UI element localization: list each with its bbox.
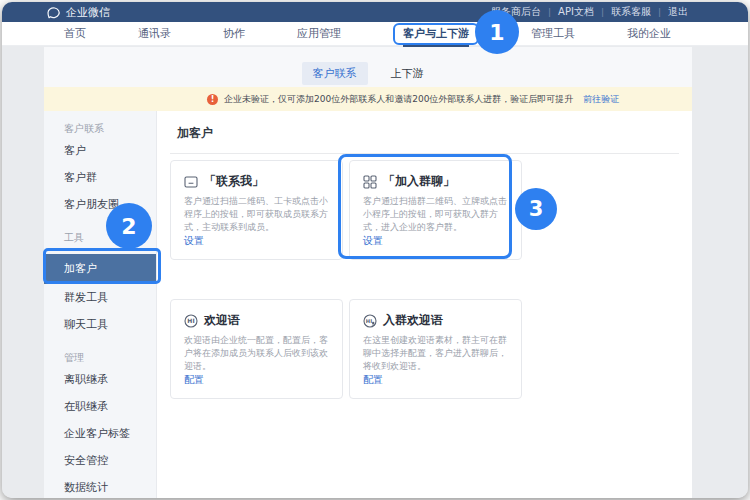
join-group-settings-link[interactable]: 设置: [363, 234, 383, 248]
sidebar-section-management: 管理: [44, 350, 156, 366]
card-title: 入群欢迎语: [383, 312, 443, 329]
page-background: 客户联系 上下游 ! 企业未验证，仅可添加200位外部联系人和邀请200位外部联…: [2, 47, 748, 498]
card-description: 在这里创建欢迎语素材，群主可在群聊中选择并配置，客户进入群聊后，将收到欢迎语。: [363, 334, 508, 373]
divider: |: [658, 7, 661, 17]
card-title: 「联系我」: [204, 173, 264, 190]
topbar: 企业微信 服务商后台 | API文档 | 联系客服 | 退出: [2, 2, 748, 22]
logo[interactable]: 企业微信: [46, 5, 110, 20]
join-group-icon: [363, 175, 377, 189]
tab-upstream-downstream[interactable]: 上下游: [380, 62, 435, 85]
contact-me-settings-link[interactable]: 设置: [184, 234, 204, 248]
card-description: 欢迎语由企业统一配置，配置后，客户将在添加成员为联系人后收到该欢迎语。: [184, 334, 329, 373]
sidebar-item-customer-moments[interactable]: 客户朋友圈: [44, 191, 156, 218]
divider: |: [548, 7, 551, 17]
card-welcome-message: HI 欢迎语 欢迎语由企业统一配置，配置后，客户将在添加成员为联系人后收到该欢迎…: [170, 299, 343, 399]
card-description: 客户通过扫描二维码、工卡或点击小程序上的按钮，即可获取成员联系方式，主动联系到成…: [184, 195, 329, 234]
sidebar-section-customer-contact: 客户联系: [44, 121, 156, 137]
welcome-config-link[interactable]: 配置: [184, 373, 204, 387]
card-group-welcome-message: HI 入群欢迎语 在这里创建欢迎语素材，群主可在群聊中选择并配置，客户进入群聊后…: [349, 299, 522, 399]
wework-logo-icon: [46, 6, 61, 19]
verification-banner: ! 企业未验证，仅可添加200位外部联系人和邀请200位外部联系人进群，验证后即…: [44, 87, 692, 111]
group-welcome-icon: HI: [363, 314, 377, 328]
sidebar-item-resigned-inheritance[interactable]: 离职继承: [44, 366, 156, 393]
svg-text:HI: HI: [187, 317, 194, 324]
banner-text: 企业未验证，仅可添加200位外部联系人和邀请200位外部联系人进群，验证后即可提…: [224, 93, 573, 106]
sidebar-item-onjob-inheritance[interactable]: 在职继承: [44, 393, 156, 420]
contact-me-icon: [184, 175, 198, 189]
card-grid: 「联系我」 客户通过扫描二维码、工卡或点击小程序上的按钮，即可获取成员联系方式，…: [157, 154, 692, 399]
top-link-support[interactable]: 联系客服: [611, 5, 651, 19]
nav-item-customers-updown[interactable]: 客户与上下游: [393, 23, 479, 45]
topbar-links: 服务商后台 | API文档 | 联系客服 | 退出: [491, 5, 688, 19]
card-title: 「加入群聊」: [383, 173, 455, 190]
sidebar-item-statistics[interactable]: 数据统计: [44, 474, 156, 498]
warning-icon: !: [207, 94, 218, 105]
sidebar-item-security-control[interactable]: 安全管控: [44, 447, 156, 474]
sidebar-item-customer-tags[interactable]: 企业客户标签: [44, 420, 156, 447]
nav-item-management-tools[interactable]: 管理工具: [531, 26, 575, 41]
sidebar-item-customer-groups[interactable]: 客户群: [44, 164, 156, 191]
card-contact-me: 「联系我」 客户通过扫描二维码、工卡或点击小程序上的按钮，即可获取成员联系方式，…: [170, 160, 343, 260]
nav-item-app-management[interactable]: 应用管理: [297, 26, 341, 41]
top-link-api-docs[interactable]: API文档: [558, 5, 594, 19]
sidebar: 客户联系 客户 客户群 客户朋友圈 工具 加客户 群发工具 聊天工具 管理 离职…: [44, 111, 157, 498]
sidebar-item-customers[interactable]: 客户: [44, 137, 156, 164]
nav-item-home[interactable]: 首页: [64, 26, 86, 41]
logo-text: 企业微信: [66, 5, 110, 20]
card-join-group-chat: 「加入群聊」 客户通过扫描群二维码、立牌或点击小程序上的按钮，即可获取入群方式，…: [349, 160, 522, 260]
card-title: 欢迎语: [204, 312, 240, 329]
content-container: 客户联系 上下游 ! 企业未验证，仅可添加200位外部联系人和邀请200位外部联…: [44, 47, 692, 498]
sidebar-item-bulk-message-tool[interactable]: 群发工具: [44, 284, 156, 311]
top-link-provider-console[interactable]: 服务商后台: [491, 5, 541, 19]
content-body: 客户联系 客户 客户群 客户朋友圈 工具 加客户 群发工具 聊天工具 管理 离职…: [44, 111, 692, 498]
svg-text:HI: HI: [366, 317, 372, 323]
main-panel: 加客户 「联系我」: [157, 111, 692, 498]
group-welcome-config-link[interactable]: 配置: [363, 373, 383, 387]
go-verify-link[interactable]: 前往验证: [583, 93, 619, 106]
nav-item-my-enterprise[interactable]: 我的企业: [627, 26, 671, 41]
nav-item-contacts[interactable]: 通讯录: [138, 26, 171, 41]
top-link-logout[interactable]: 退出: [668, 5, 688, 19]
sub-tabstrip: 客户联系 上下游: [44, 47, 692, 87]
sidebar-item-chat-tool[interactable]: 聊天工具: [44, 311, 156, 338]
card-description: 客户通过扫描群二维码、立牌或点击小程序上的按钮，即可获取入群方式，进入企业的客户…: [363, 195, 508, 234]
app-window: 企业微信 服务商后台 | API文档 | 联系客服 | 退出 首页 通讯录 协作…: [2, 2, 748, 498]
sidebar-section-tools: 工具: [44, 230, 156, 246]
page-title: 加客户: [157, 111, 692, 142]
main-nav: 首页 通讯录 协作 应用管理 客户与上下游 管理工具 我的企业: [2, 22, 748, 46]
tab-customer-contact[interactable]: 客户联系: [302, 62, 368, 85]
divider: |: [601, 7, 604, 17]
sidebar-item-add-customer[interactable]: 加客户: [44, 254, 156, 284]
nav-item-collaboration[interactable]: 协作: [223, 26, 245, 41]
welcome-icon: HI: [184, 314, 198, 328]
